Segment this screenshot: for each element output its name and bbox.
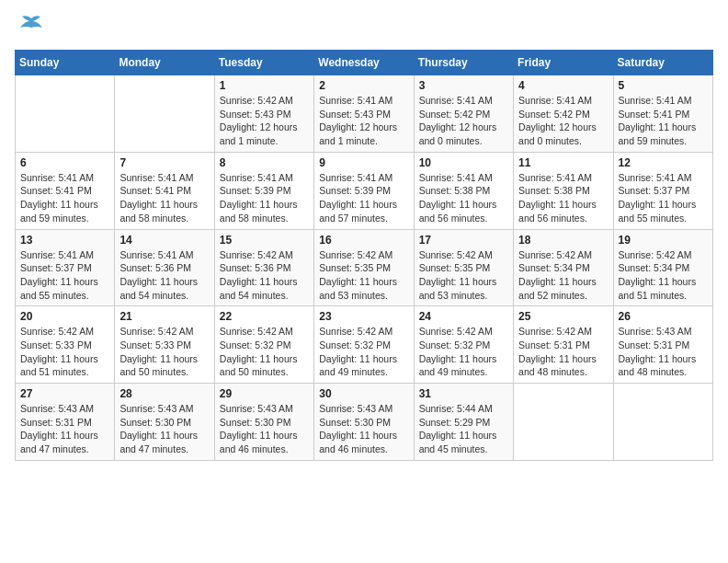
week-row-1: 1Sunrise: 5:42 AMSunset: 5:43 PMDaylight… [16,75,713,153]
day-info: Sunrise: 5:43 AMSunset: 5:31 PMDaylight:… [20,402,109,456]
calendar-cell: 15Sunrise: 5:42 AMSunset: 5:36 PMDayligh… [214,229,313,306]
day-number: 8 [220,156,309,169]
week-row-2: 6Sunrise: 5:41 AMSunset: 5:41 PMDaylight… [16,152,713,229]
calendar-cell: 18Sunrise: 5:42 AMSunset: 5:34 PMDayligh… [514,229,613,306]
day-number: 14 [119,234,209,247]
day-number: 9 [319,156,408,169]
calendar-cell: 31Sunrise: 5:44 AMSunset: 5:29 PMDayligh… [414,384,513,461]
day-info: Sunrise: 5:42 AMSunset: 5:31 PMDaylight:… [518,325,608,379]
day-number: 3 [419,79,508,92]
weekday-header-sunday: Sunday [16,51,115,75]
calendar-cell: 11Sunrise: 5:41 AMSunset: 5:38 PMDayligh… [514,152,613,229]
day-number: 23 [319,310,408,323]
day-info: Sunrise: 5:41 AMSunset: 5:41 PMDaylight:… [20,171,109,225]
weekday-header-monday: Monday [115,51,214,75]
calendar-cell: 20Sunrise: 5:42 AMSunset: 5:33 PMDayligh… [16,306,115,384]
weekday-header-wednesday: Wednesday [314,51,414,75]
weekday-header-row: SundayMondayTuesdayWednesdayThursdayFrid… [16,51,713,75]
day-info: Sunrise: 5:41 AMSunset: 5:38 PMDaylight:… [419,171,508,225]
calendar-table: SundayMondayTuesdayWednesdayThursdayFrid… [15,50,713,461]
day-number: 24 [419,310,508,323]
calendar-cell: 14Sunrise: 5:41 AMSunset: 5:36 PMDayligh… [115,229,214,306]
day-info: Sunrise: 5:41 AMSunset: 5:42 PMDaylight:… [518,94,608,148]
calendar-cell: 5Sunrise: 5:41 AMSunset: 5:41 PMDaylight… [613,75,712,153]
calendar-cell [115,75,214,153]
logo-bird-icon [18,15,44,39]
day-info: Sunrise: 5:41 AMSunset: 5:39 PMDaylight:… [220,171,309,225]
day-number: 21 [119,310,209,323]
day-info: Sunrise: 5:42 AMSunset: 5:32 PMDaylight:… [220,325,309,379]
calendar-cell: 26Sunrise: 5:43 AMSunset: 5:31 PMDayligh… [613,306,712,384]
day-number: 22 [220,310,309,323]
day-number: 26 [619,310,708,323]
calendar-cell: 29Sunrise: 5:43 AMSunset: 5:30 PMDayligh… [214,384,313,461]
day-info: Sunrise: 5:41 AMSunset: 5:38 PMDaylight:… [518,171,608,225]
day-info: Sunrise: 5:42 AMSunset: 5:33 PMDaylight:… [20,325,109,379]
calendar-cell: 12Sunrise: 5:41 AMSunset: 5:37 PMDayligh… [613,152,712,229]
calendar-cell: 22Sunrise: 5:42 AMSunset: 5:32 PMDayligh… [214,306,313,384]
day-number: 18 [518,234,608,247]
day-number: 5 [619,79,708,92]
day-info: Sunrise: 5:43 AMSunset: 5:31 PMDaylight:… [619,325,708,379]
day-number: 31 [419,387,508,400]
day-number: 13 [20,234,109,247]
day-number: 11 [518,156,608,169]
weekday-header-saturday: Saturday [613,51,712,75]
day-info: Sunrise: 5:44 AMSunset: 5:29 PMDaylight:… [419,402,508,456]
day-info: Sunrise: 5:43 AMSunset: 5:30 PMDaylight:… [220,402,309,456]
logo [15,15,44,39]
day-number: 17 [419,234,508,247]
weekday-header-thursday: Thursday [414,51,513,75]
day-info: Sunrise: 5:42 AMSunset: 5:35 PMDaylight:… [319,248,408,303]
calendar-cell: 23Sunrise: 5:42 AMSunset: 5:32 PMDayligh… [314,306,414,384]
day-number: 27 [20,387,109,400]
day-number: 19 [619,234,708,247]
day-info: Sunrise: 5:41 AMSunset: 5:42 PMDaylight:… [419,94,508,148]
day-info: Sunrise: 5:42 AMSunset: 5:32 PMDaylight:… [419,325,508,379]
day-info: Sunrise: 5:43 AMSunset: 5:30 PMDaylight:… [319,402,408,456]
day-info: Sunrise: 5:41 AMSunset: 5:41 PMDaylight:… [119,171,209,225]
calendar-cell: 3Sunrise: 5:41 AMSunset: 5:42 PMDaylight… [414,75,513,153]
calendar-cell: 4Sunrise: 5:41 AMSunset: 5:42 PMDaylight… [514,75,613,153]
calendar-cell: 30Sunrise: 5:43 AMSunset: 5:30 PMDayligh… [314,384,414,461]
calendar-cell: 7Sunrise: 5:41 AMSunset: 5:41 PMDaylight… [115,152,214,229]
calendar-cell [16,75,115,153]
calendar-cell: 19Sunrise: 5:42 AMSunset: 5:34 PMDayligh… [613,229,712,306]
calendar-cell: 10Sunrise: 5:41 AMSunset: 5:38 PMDayligh… [414,152,513,229]
day-info: Sunrise: 5:41 AMSunset: 5:36 PMDaylight:… [119,248,209,303]
calendar-cell [514,384,613,461]
calendar-cell: 21Sunrise: 5:42 AMSunset: 5:33 PMDayligh… [115,306,214,384]
calendar-cell: 8Sunrise: 5:41 AMSunset: 5:39 PMDaylight… [214,152,313,229]
calendar-cell: 6Sunrise: 5:41 AMSunset: 5:41 PMDaylight… [16,152,115,229]
day-number: 25 [518,310,608,323]
day-info: Sunrise: 5:41 AMSunset: 5:41 PMDaylight:… [619,94,708,148]
day-info: Sunrise: 5:41 AMSunset: 5:43 PMDaylight:… [319,94,408,148]
day-info: Sunrise: 5:42 AMSunset: 5:36 PMDaylight:… [220,248,309,303]
calendar-cell [613,384,712,461]
day-info: Sunrise: 5:42 AMSunset: 5:32 PMDaylight:… [319,325,408,379]
week-row-5: 27Sunrise: 5:43 AMSunset: 5:31 PMDayligh… [16,384,713,461]
page-header [15,15,713,39]
day-number: 20 [20,310,109,323]
week-row-3: 13Sunrise: 5:41 AMSunset: 5:37 PMDayligh… [16,229,713,306]
calendar-cell: 24Sunrise: 5:42 AMSunset: 5:32 PMDayligh… [414,306,513,384]
day-number: 10 [419,156,508,169]
calendar-cell: 9Sunrise: 5:41 AMSunset: 5:39 PMDaylight… [314,152,414,229]
calendar-cell: 25Sunrise: 5:42 AMSunset: 5:31 PMDayligh… [514,306,613,384]
day-info: Sunrise: 5:42 AMSunset: 5:33 PMDaylight:… [119,325,209,379]
day-number: 28 [119,387,209,400]
day-info: Sunrise: 5:41 AMSunset: 5:37 PMDaylight:… [20,248,109,303]
calendar-cell: 2Sunrise: 5:41 AMSunset: 5:43 PMDaylight… [314,75,414,153]
day-number: 15 [220,234,309,247]
day-info: Sunrise: 5:42 AMSunset: 5:35 PMDaylight:… [419,248,508,303]
day-number: 7 [119,156,209,169]
day-number: 6 [20,156,109,169]
day-info: Sunrise: 5:41 AMSunset: 5:37 PMDaylight:… [619,171,708,225]
day-number: 12 [619,156,708,169]
day-info: Sunrise: 5:43 AMSunset: 5:30 PMDaylight:… [119,402,209,456]
day-info: Sunrise: 5:42 AMSunset: 5:34 PMDaylight:… [619,248,708,303]
day-info: Sunrise: 5:42 AMSunset: 5:43 PMDaylight:… [220,94,309,148]
calendar-cell: 13Sunrise: 5:41 AMSunset: 5:37 PMDayligh… [16,229,115,306]
day-number: 4 [518,79,608,92]
day-number: 29 [220,387,309,400]
